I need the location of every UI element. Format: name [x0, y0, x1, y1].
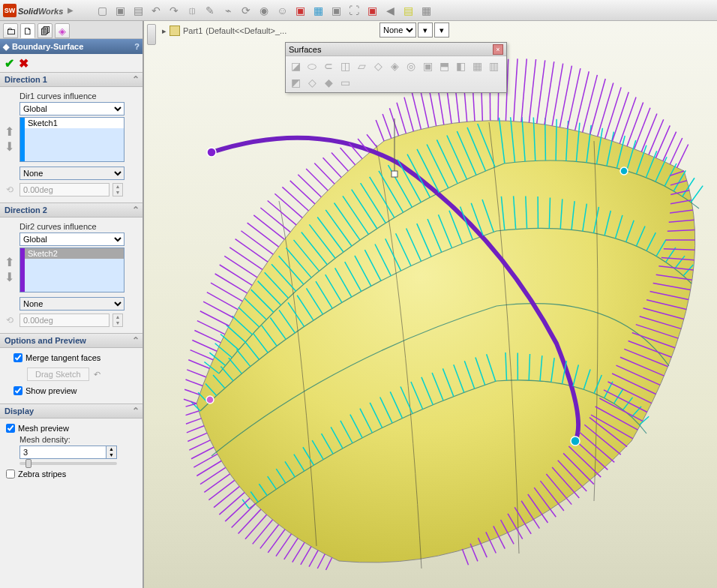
collapse-icon: ⌃	[132, 406, 140, 416]
svg-line-208	[200, 467, 226, 484]
grid-icon[interactable]: ▦	[420, 4, 432, 16]
fill-surface-icon[interactable]: ▦	[470, 59, 484, 73]
knit-surface-icon[interactable]: ▣	[421, 59, 434, 73]
svg-line-247	[248, 223, 279, 247]
trim-surface-icon[interactable]: ◧	[454, 59, 467, 73]
sketch-icon[interactable]: ✎	[204, 4, 216, 16]
help-button[interactable]: ?	[134, 42, 140, 51]
user-icon[interactable]: ☺	[276, 4, 288, 16]
new-icon[interactable]: ▢	[96, 4, 108, 16]
tab-feature-tree[interactable]: 🗀	[3, 23, 18, 38]
surfaces-toolbar[interactable]: Surfaces × ◪ ⬭ ⊂ ◫ ▱ ◇ ◈ ◎ ▣ ⬒ ◧ ▦ ▥ ◩ ◇…	[285, 42, 507, 93]
revolve-surface-icon[interactable]: ⬭	[305, 59, 319, 73]
svg-line-212	[219, 493, 244, 515]
note-icon[interactable]: ▤	[402, 4, 414, 16]
filter-select[interactable]: None	[380, 22, 416, 38]
dir2-curves-list[interactable]: Sketch2	[20, 248, 124, 292]
planar-surface-icon[interactable]: ◇	[371, 59, 385, 73]
loft-surface-icon[interactable]: ◫	[338, 59, 352, 73]
close-icon[interactable]: ×	[493, 44, 503, 55]
radiate-surface-icon[interactable]: ◎	[404, 59, 418, 73]
merge-tangent-checkbox[interactable]	[14, 353, 22, 362]
svg-line-235	[194, 331, 220, 343]
merge-tangent-label: Merge tangent faces	[26, 353, 100, 362]
svg-line-303	[677, 145, 688, 168]
show-preview-checkbox[interactable]	[14, 386, 22, 395]
extrude-surface-icon[interactable]: ◪	[289, 59, 302, 73]
globe-icon[interactable]: ◉	[258, 4, 270, 16]
curve-node[interactable]	[207, 148, 216, 157]
dir2-end-condition[interactable]: None	[20, 297, 124, 310]
rebuild-icon[interactable]: ⟳	[240, 4, 252, 16]
undo-icon[interactable]: ↶	[150, 4, 162, 16]
untrim-icon[interactable]: ▭	[338, 76, 352, 89]
delete-face-icon[interactable]: ◇	[305, 76, 319, 89]
save-icon[interactable]: ▤	[132, 4, 144, 16]
filter-expand-2[interactable]: ▾	[434, 22, 449, 38]
dir1-influence-select[interactable]: Global	[20, 102, 124, 116]
graphics-area[interactable]: ▸ Part1 (Default<<Default>_...	[144, 21, 717, 588]
dir1-move-up[interactable]: ⬆	[3, 124, 15, 136]
curve-node[interactable]	[571, 436, 580, 446]
svg-line-294	[612, 92, 628, 141]
dir2-move-down[interactable]: ⬇	[3, 270, 15, 282]
redo-icon[interactable]: ↷	[168, 4, 180, 16]
mesh-preview-checkbox[interactable]	[6, 424, 15, 433]
view-icon[interactable]: ▣	[330, 4, 342, 16]
dir2-move-up[interactable]: ⬆	[3, 255, 15, 267]
collapse-icon: ⌃	[132, 205, 140, 215]
options-header[interactable]: Options and Preview⌃	[0, 333, 142, 348]
dir2-flip-icon[interactable]: ⟲	[6, 315, 16, 326]
ok-button[interactable]: ✔	[4, 56, 14, 70]
density-down[interactable]: ▼	[106, 452, 116, 458]
mesh-density-slider[interactable]	[20, 462, 117, 465]
curve-drag-handle[interactable]	[392, 171, 398, 177]
display-header[interactable]: Display⌃	[0, 404, 142, 418]
density-up[interactable]: ▲	[106, 446, 116, 452]
curve-node[interactable]	[620, 167, 628, 175]
tab-display[interactable]: ◈	[55, 23, 70, 38]
dir1-curves-list[interactable]: Sketch1	[20, 117, 124, 162]
dir2-influence-select[interactable]: Global	[20, 232, 124, 246]
ruled-surface-icon[interactable]: ◩	[289, 76, 302, 89]
surfaces-toolbar-title[interactable]: Surfaces ×	[286, 43, 506, 56]
tab-property-manager[interactable]: 🗋	[20, 23, 35, 38]
direction1-header[interactable]: Direction 1⌃	[0, 72, 142, 87]
dir1-flip-icon[interactable]: ⟲	[6, 184, 16, 195]
scene-icon[interactable]: ▦	[312, 4, 324, 16]
surface-body	[196, 121, 695, 562]
svg-line-217	[253, 520, 273, 544]
svg-line-268	[404, 98, 413, 131]
sweep-surface-icon[interactable]: ⊂	[322, 59, 335, 73]
extend-surface-icon[interactable]: ⬒	[437, 59, 451, 73]
pin-icon[interactable]: ⎅	[186, 4, 198, 16]
dir1-end-condition[interactable]: None	[20, 166, 124, 180]
open-icon[interactable]: ▣	[114, 4, 126, 16]
dir2-sketch-item[interactable]: Sketch2	[20, 248, 124, 259]
relations-icon[interactable]: ⌁	[222, 4, 234, 16]
svg-line-233	[190, 350, 214, 360]
cancel-button[interactable]: ✖	[19, 56, 28, 70]
dir1-sketch-item[interactable]: Sketch1	[20, 118, 124, 128]
curve-node[interactable]	[206, 396, 214, 404]
play-icon[interactable]: ◀	[384, 4, 396, 16]
options-body: Merge tangent faces Drag Sketch↶ Show pr…	[0, 348, 142, 404]
boundary-surface-icon[interactable]: ▱	[355, 59, 368, 73]
tab-config[interactable]: 🗐	[38, 23, 52, 38]
hide-icon[interactable]: ▣	[366, 4, 378, 16]
fit-icon[interactable]: ⛶	[348, 4, 360, 16]
direction2-header[interactable]: Direction 2⌃	[0, 202, 142, 218]
svg-line-284	[537, 60, 545, 123]
collapse-icon: ⌃	[132, 74, 140, 85]
menu-dropdown-arrow[interactable]: ▶	[68, 6, 74, 14]
zebra-checkbox[interactable]	[6, 470, 15, 478]
dir1-move-down[interactable]: ⬇	[3, 140, 15, 152]
midsurface-icon[interactable]: ▥	[487, 59, 500, 73]
replace-face-icon[interactable]: ◆	[322, 76, 335, 89]
offset-surface-icon[interactable]: ◈	[388, 59, 401, 73]
filter-expand-1[interactable]: ▾	[418, 22, 433, 38]
mesh-density-input[interactable]: 3 ▲▼	[20, 446, 117, 459]
appearance-icon[interactable]: ▣	[294, 4, 306, 16]
svg-line-204	[189, 440, 210, 450]
top-filter-dropdown: None ▾ ▾	[380, 22, 449, 38]
